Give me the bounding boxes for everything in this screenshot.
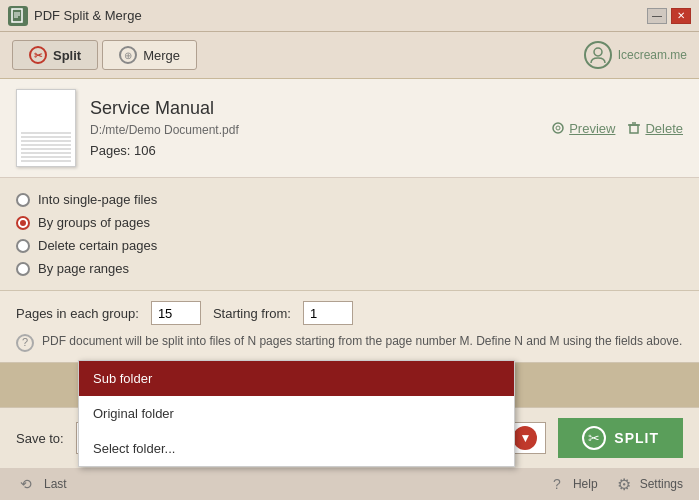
- close-button[interactable]: ✕: [671, 8, 691, 24]
- title-bar-left: PDF Split & Merge: [8, 6, 142, 26]
- radio-single: [16, 193, 30, 207]
- info-icon: ?: [16, 334, 34, 352]
- dropdown-item-select[interactable]: Select folder...: [79, 431, 514, 466]
- thumbnail-line: [21, 140, 71, 142]
- delete-link[interactable]: Delete: [627, 121, 683, 136]
- split-icon: ✂: [29, 46, 47, 64]
- dropdown-menu: Sub folder Original folder Select folder…: [78, 360, 515, 467]
- minimize-button[interactable]: —: [647, 8, 667, 24]
- thumbnail-line: [21, 152, 71, 154]
- dropdown-item-original-label: Original folder: [93, 406, 174, 421]
- status-left: ⟲ Last: [16, 474, 67, 494]
- radio-option-delete[interactable]: Delete certain pages: [16, 234, 683, 257]
- settings-item[interactable]: ⚙ Settings: [614, 474, 683, 494]
- thumbnail-line: [21, 144, 71, 146]
- split-options: Into single-page files By groups of page…: [0, 178, 699, 291]
- thumbnail-line: [21, 136, 71, 138]
- user-label: Icecream.me: [618, 48, 687, 62]
- dropdown-item-select-label: Select folder...: [93, 441, 175, 456]
- save-to-label: Save to:: [16, 431, 64, 446]
- radio-ranges-label: By page ranges: [38, 261, 129, 276]
- merge-icon: ⊕: [119, 46, 137, 64]
- help-label: Help: [573, 477, 598, 491]
- preview-icon: [551, 121, 565, 135]
- user-icon: [584, 41, 612, 69]
- app-icon: [8, 6, 28, 26]
- settings-label: Settings: [640, 477, 683, 491]
- svg-point-4: [594, 48, 602, 56]
- dropdown-item-subfolder[interactable]: Sub folder: [79, 361, 514, 396]
- file-path: D:/mte/Demo Document.pdf: [90, 123, 537, 137]
- file-thumbnail: [16, 89, 76, 167]
- file-actions: Preview Delete: [551, 121, 683, 136]
- merge-tab-label: Merge: [143, 48, 180, 63]
- radio-delete-label: Delete certain pages: [38, 238, 157, 253]
- radio-option-ranges[interactable]: By page ranges: [16, 257, 683, 280]
- svg-point-6: [556, 126, 560, 130]
- radio-groups-label: By groups of pages: [38, 215, 150, 230]
- groups-settings: Pages in each group: Starting from: ? PD…: [0, 291, 699, 363]
- pages-in-group-input[interactable]: [151, 301, 201, 325]
- merge-tab[interactable]: ⊕ Merge: [102, 40, 197, 70]
- radio-groups: [16, 216, 30, 230]
- dropdown-item-subfolder-label: Sub folder: [93, 371, 152, 386]
- tab-group: ✂ Split ⊕ Merge: [12, 40, 197, 70]
- user-badge: Icecream.me: [584, 41, 687, 69]
- radio-delete: [16, 239, 30, 253]
- status-right: ? Help ⚙ Settings: [547, 474, 683, 494]
- last-icon: ⟲: [16, 474, 36, 494]
- starting-from-label: Starting from:: [213, 306, 291, 321]
- info-description: PDF document will be split into files of…: [42, 333, 682, 350]
- thumbnail-lines: [21, 132, 71, 162]
- groups-row: Pages in each group: Starting from:: [16, 301, 683, 325]
- radio-ranges: [16, 262, 30, 276]
- title-bar: PDF Split & Merge — ✕: [0, 0, 699, 32]
- gear-icon: ⚙: [614, 474, 634, 494]
- radio-single-label: Into single-page files: [38, 192, 157, 207]
- svg-point-5: [553, 123, 563, 133]
- split-tab[interactable]: ✂ Split: [12, 40, 98, 70]
- preview-link[interactable]: Preview: [551, 121, 615, 136]
- split-button[interactable]: ✂ SPLIT: [558, 418, 683, 458]
- radio-groups-dot: [20, 220, 26, 226]
- split-tab-label: Split: [53, 48, 81, 63]
- help-item[interactable]: ? Help: [547, 474, 598, 494]
- thumbnail-line: [21, 132, 71, 134]
- split-btn-label: SPLIT: [614, 430, 659, 446]
- action-bar: ✂ Split ⊕ Merge Icecream.me: [0, 32, 699, 79]
- delete-icon: [627, 121, 641, 135]
- dropdown-item-original[interactable]: Original folder: [79, 396, 514, 431]
- radio-option-groups[interactable]: By groups of pages: [16, 211, 683, 234]
- file-pages: Pages: 106: [90, 143, 537, 158]
- split-btn-icon: ✂: [582, 426, 606, 450]
- file-title: Service Manual: [90, 98, 537, 119]
- thumbnail-line: [21, 160, 71, 162]
- help-icon: ?: [547, 474, 567, 494]
- radio-option-single[interactable]: Into single-page files: [16, 188, 683, 211]
- window-title: PDF Split & Merge: [34, 8, 142, 23]
- dropdown-arrow-icon: ▼: [513, 426, 537, 450]
- last-label: Last: [44, 477, 67, 491]
- file-details: Service Manual D:/mte/Demo Document.pdf …: [90, 98, 537, 158]
- thumbnail-line: [21, 156, 71, 158]
- title-bar-controls: — ✕: [647, 8, 691, 24]
- file-info: Service Manual D:/mte/Demo Document.pdf …: [0, 79, 699, 178]
- thumbnail-line: [21, 148, 71, 150]
- status-bar: ⟲ Last ? Help ⚙ Settings: [0, 468, 699, 500]
- svg-rect-7: [630, 125, 638, 133]
- starting-from-input[interactable]: [303, 301, 353, 325]
- pages-in-group-label: Pages in each group:: [16, 306, 139, 321]
- info-text: ? PDF document will be split into files …: [16, 333, 683, 352]
